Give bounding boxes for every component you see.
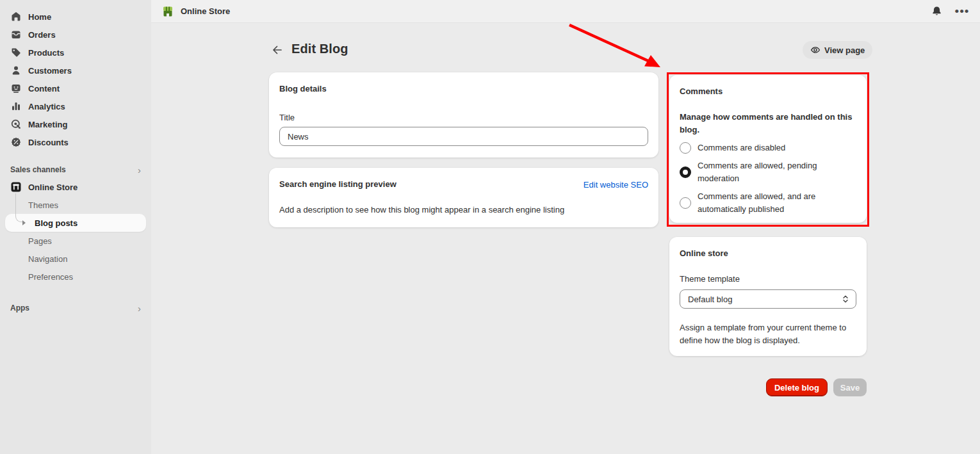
sidebar-item-label: Discounts [28, 138, 69, 147]
save-button[interactable]: Save [833, 378, 867, 396]
title-field-label: Title [279, 111, 648, 124]
comments-description: Manage how comments are handled on this … [680, 111, 859, 136]
sidebar-item-label: Navigation [28, 254, 67, 264]
radio-option-comments-pending-moderation[interactable]: Comments are allowed, pending moderation [680, 157, 856, 188]
home-icon [10, 11, 22, 22]
sidebar-item-online-store[interactable]: Online Store [5, 178, 146, 196]
theme-template-label: Theme template [680, 273, 856, 286]
chevron-right-icon: › [138, 165, 141, 175]
sidebar-item-products[interactable]: Products [5, 44, 146, 61]
sidebar-item-navigation[interactable]: Navigation [5, 250, 146, 268]
radio-checked-icon[interactable] [680, 166, 691, 178]
radio-option-comments-auto-published[interactable]: Comments are allowed, and are automatica… [680, 188, 856, 218]
page-title: Edit Blog [291, 42, 348, 56]
sidebar-item-label: Analytics [28, 102, 65, 111]
customers-icon [10, 65, 22, 76]
sidebar-item-discounts[interactable]: Discounts [5, 133, 146, 151]
more-options-icon[interactable]: ••• [954, 4, 970, 19]
shopify-admin-page: Home Orders Products Customers Content [0, 0, 980, 454]
card-title: Online store [680, 247, 856, 260]
card-title: Search engine listing preview [279, 178, 396, 191]
discounts-icon [10, 136, 22, 148]
view-page-button[interactable]: View page [803, 41, 872, 59]
apps-header[interactable]: Apps › [10, 301, 141, 315]
topbar-actions: ••• [929, 4, 970, 19]
storefront-icon [161, 5, 174, 18]
sidebar-item-preferences[interactable]: Preferences [5, 268, 146, 286]
select-value: Default blog [688, 295, 732, 304]
card-title: Blog details [279, 83, 648, 95]
sidebar-item-label: Pages [28, 236, 52, 246]
orders-icon [10, 29, 22, 40]
edit-website-seo-link[interactable]: Edit website SEO [584, 180, 648, 190]
analytics-icon [10, 101, 22, 112]
sidebar-item-label: Home [28, 12, 51, 22]
content-icon [10, 83, 22, 94]
sidebar-item-pages[interactable]: Pages [5, 232, 146, 250]
chevron-right-icon: › [138, 304, 141, 313]
delete-blog-button[interactable]: Delete blog [766, 378, 828, 396]
seo-card: Search engine listing preview Edit websi… [269, 168, 658, 227]
products-icon [10, 47, 22, 58]
footer-actions: Delete blog Save [669, 378, 867, 396]
sidebar-item-label: Customers [28, 66, 72, 76]
sidebar-item-label: Themes [28, 200, 58, 210]
eye-icon [810, 45, 821, 55]
sales-channels-header[interactable]: Sales channels › [10, 163, 141, 177]
sidebar-item-marketing[interactable]: Marketing [5, 115, 146, 133]
sidebar-item-label: Marketing [28, 120, 67, 129]
sidebar-item-orders[interactable]: Orders [5, 26, 146, 44]
sidebar-item-label: Online Store [28, 182, 78, 192]
sidebar-item-blog-posts[interactable]: Blog posts [5, 214, 146, 232]
online-store-icon [10, 181, 22, 193]
sidebar-item-content[interactable]: Content [5, 79, 146, 97]
topbar: Online Store ••• [151, 0, 980, 23]
back-button[interactable] [270, 42, 285, 58]
chevron-up-down-icon [842, 294, 849, 304]
sidebar-item-analytics[interactable]: Analytics [5, 97, 146, 115]
sidebar-item-customers[interactable]: Customers [5, 61, 146, 79]
online-store-card: Online store Theme template Default blog… [669, 237, 867, 356]
sidebar-item-label: Blog posts [35, 218, 78, 228]
notifications-bell-icon[interactable] [929, 4, 944, 19]
comments-card: Comments Manage how comments are handled… [669, 75, 867, 223]
seo-description-text: Add a description to see how this blog m… [279, 204, 648, 216]
sidebar-item-label: Products [28, 48, 64, 58]
radio-unchecked-icon[interactable] [680, 142, 691, 154]
radio-unchecked-icon[interactable] [680, 197, 691, 209]
card-title: Comments [680, 85, 856, 98]
comments-options: Comments are disabled Comments are allow… [680, 139, 856, 218]
blog-details-card: Blog details Title [269, 72, 658, 158]
apps-label: Apps [10, 304, 29, 312]
sidebar: Home Orders Products Customers Content [0, 0, 151, 454]
sidebar-item-label: Preferences [28, 272, 73, 282]
theme-template-help-text: Assign a template from your current them… [680, 321, 856, 347]
blog-title-input[interactable] [279, 127, 648, 146]
theme-template-select[interactable]: Default blog [680, 289, 856, 309]
sidebar-item-label: Orders [28, 30, 56, 40]
radio-option-comments-disabled[interactable]: Comments are disabled [680, 139, 856, 157]
sidebar-item-themes[interactable]: Themes [5, 196, 146, 214]
sales-channels-label: Sales channels [10, 165, 66, 174]
marketing-icon [10, 118, 22, 130]
sidebar-item-home[interactable]: Home [5, 8, 146, 26]
view-page-label: View page [824, 45, 865, 55]
topbar-title: Online Store [181, 6, 230, 16]
sidebar-item-label: Content [28, 84, 60, 93]
